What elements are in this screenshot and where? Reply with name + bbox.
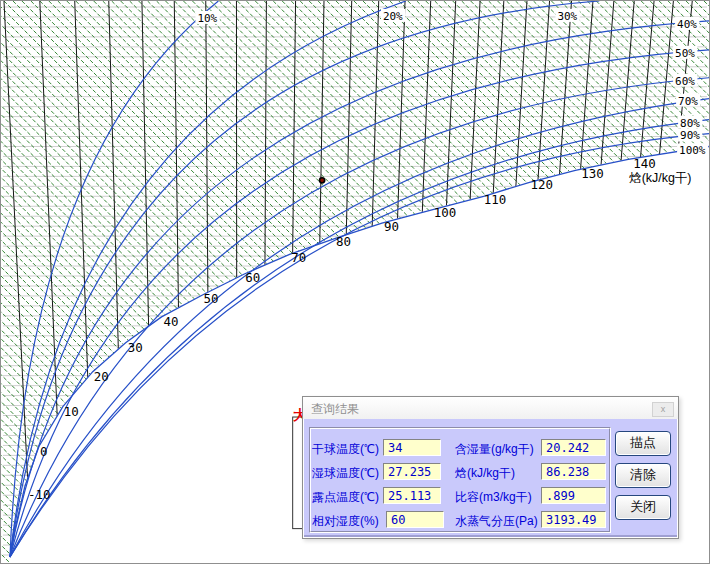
svg-text:120: 120	[531, 177, 554, 192]
svg-text:70%: 70%	[678, 95, 698, 108]
svg-text:-10: -10	[28, 487, 51, 502]
vapor-pressure-label: 水蒸气分压(Pa)	[455, 513, 538, 530]
dew-point-label: 露点温度(℃)	[312, 489, 379, 506]
wet-bulb-label: 湿球温度(℃)	[312, 465, 379, 482]
svg-text:90%: 90%	[680, 130, 700, 143]
specific-volume-field[interactable]: .899	[541, 487, 606, 504]
svg-text:30%: 30%	[557, 10, 577, 23]
specific-volume-label: 比容(m3/kg干)	[455, 489, 532, 506]
svg-text:100: 100	[434, 205, 457, 220]
plot-point-button[interactable]: 描点	[615, 431, 671, 456]
svg-text:110: 110	[484, 192, 507, 207]
svg-text:80: 80	[336, 234, 351, 249]
svg-text:100%: 100%	[679, 144, 706, 157]
enthalpy-field[interactable]: 86.238	[541, 463, 606, 480]
svg-text:50%: 50%	[675, 47, 695, 60]
svg-text:20%: 20%	[383, 10, 403, 23]
svg-text:140: 140	[633, 156, 656, 171]
moisture-label: 含湿量(g/kg干)	[455, 441, 534, 458]
svg-text:焓(kJ/kg干): 焓(kJ/kg干)	[628, 171, 691, 185]
dry-bulb-label: 干球温度(℃)	[312, 441, 379, 458]
svg-text:30: 30	[128, 340, 143, 355]
dialog-titlebar[interactable]: 查询结果 x	[303, 397, 678, 419]
svg-text:10%: 10%	[197, 12, 217, 25]
svg-text:60: 60	[245, 270, 260, 285]
svg-text:40: 40	[164, 314, 179, 329]
svg-text:20: 20	[94, 369, 109, 384]
svg-text:0: 0	[40, 444, 48, 459]
moisture-field[interactable]: 20.242	[541, 439, 606, 456]
svg-text:50: 50	[203, 291, 218, 306]
svg-text:70: 70	[291, 250, 306, 265]
dialog-title: 查询结果	[311, 401, 359, 418]
dew-point-field[interactable]: 25.113	[383, 487, 441, 504]
wet-bulb-field[interactable]: 27.235	[383, 463, 441, 480]
rel-humidity-label: 相对湿度(%)	[312, 513, 379, 530]
svg-text:40%: 40%	[677, 18, 697, 31]
close-button[interactable]: 关闭	[615, 495, 671, 520]
dry-bulb-field[interactable]: 34	[383, 439, 441, 456]
query-result-dialog: 查询结果 x 干球温度(℃) 34 湿球温度(℃) 27.235 露点温度(℃)…	[302, 396, 679, 539]
rel-humidity-field[interactable]: 60	[386, 511, 444, 528]
svg-text:90: 90	[384, 219, 399, 234]
close-icon[interactable]: x	[652, 402, 674, 417]
vapor-pressure-field[interactable]: 3193.49	[541, 511, 606, 528]
enthalpy-label: 焓(kJ/kg干)	[455, 465, 515, 482]
dialog-panel: 干球温度(℃) 34 湿球温度(℃) 27.235 露点温度(℃) 25.113…	[304, 419, 677, 537]
svg-text:10: 10	[64, 404, 79, 419]
svg-text:80%: 80%	[680, 117, 700, 130]
svg-text:130: 130	[581, 166, 604, 181]
svg-text:60%: 60%	[675, 75, 695, 88]
clear-button[interactable]: 清除	[615, 463, 671, 488]
